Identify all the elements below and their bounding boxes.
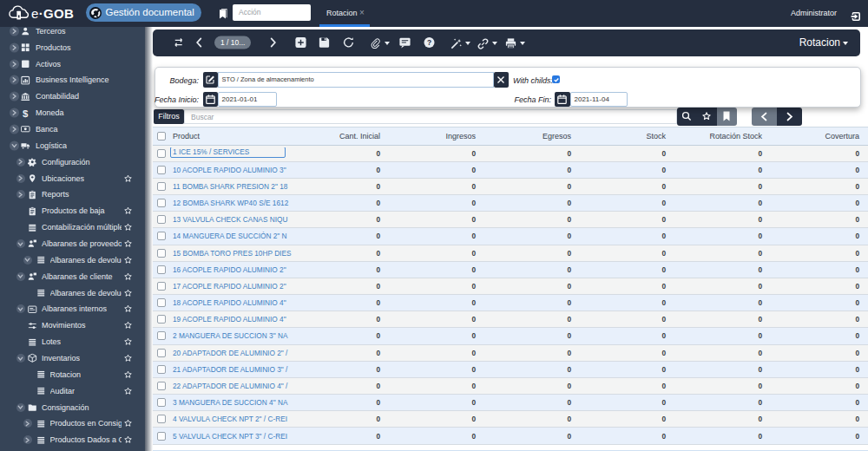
svg-text:?: ? <box>427 38 431 47</box>
svg-text:$: $ <box>23 108 29 118</box>
